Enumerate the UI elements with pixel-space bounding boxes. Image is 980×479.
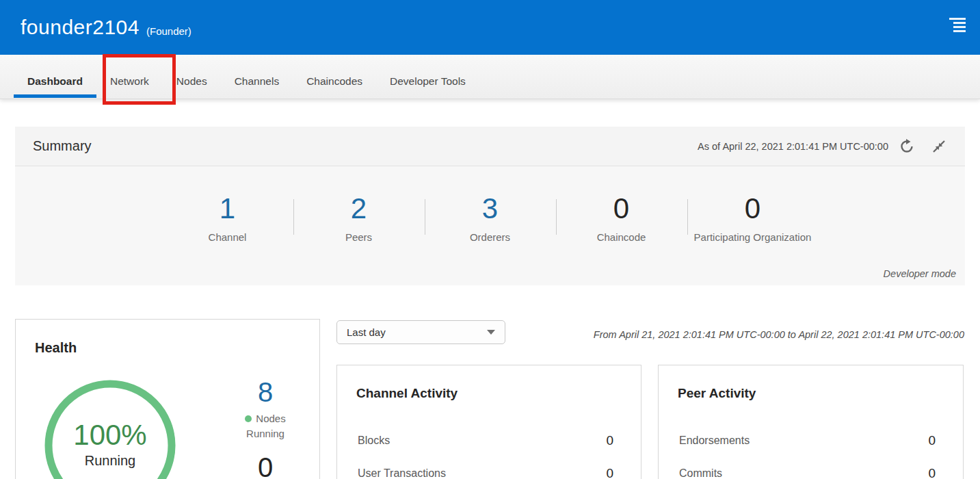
table-row: Endorsements 0 (659, 424, 963, 457)
tab-chaincodes[interactable]: Chaincodes (293, 55, 376, 99)
chevron-down-icon (487, 330, 495, 335)
stat-value: 3 (425, 192, 556, 225)
stat-value: 2 (293, 192, 425, 225)
row-label: Endorsements (679, 435, 750, 447)
tab-developer-tools[interactable]: Developer Tools (376, 55, 479, 99)
channel-activity-card: Channel Activity Blocks 0 User Transacti… (336, 365, 641, 479)
tab-label: Developer Tools (390, 75, 466, 88)
health-percent-label: Running (42, 453, 178, 469)
summary-body: 1 Channel 2 Peers 3 Orderers 0 Chaincode… (15, 166, 965, 285)
table-row: User Transactions 0 (337, 457, 641, 479)
stat-chaincode: 0 Chaincode (556, 192, 687, 244)
nodes-running-label-line1: Nodes (256, 413, 285, 424)
tab-label: Channels (235, 75, 280, 88)
nodes-running-label: Nodes Running (214, 411, 317, 441)
row-value: 0 (606, 433, 613, 448)
row-value: 0 (928, 433, 936, 448)
stat-label: Orderers (425, 230, 556, 244)
health-card: Health 100% Running 8 Nodes Running 0 (15, 319, 320, 479)
stat-participating-organization: 0 Participating Organization (687, 192, 819, 244)
summary-header: Summary As of April 22, 2021 2:01:41 PM … (15, 127, 965, 166)
nodes-running-value: 8 (214, 377, 317, 407)
health-percent: 100% (42, 419, 178, 451)
running-status-dot-icon (245, 415, 252, 422)
health-ring-text: 100% Running (42, 377, 178, 469)
peer-activity-title: Peer Activity (678, 386, 756, 401)
tab-label: Network (110, 75, 149, 88)
stat-label: Participating Organization (687, 230, 819, 244)
menu-bar (953, 26, 966, 28)
developer-mode-note: Developer mode (884, 268, 956, 279)
collapse-panel-icon[interactable] (932, 140, 946, 153)
as-of-timestamp: As of April 22, 2021 2:01:41 PM UTC-00:0… (698, 141, 888, 152)
row-label: Commits (679, 467, 722, 479)
row-label: Blocks (358, 435, 390, 447)
stat-label: Channel (162, 230, 293, 244)
instance-role: (Founder) (146, 18, 191, 37)
stat-value: 0 (556, 192, 687, 225)
stat-peers: 2 Peers (293, 192, 425, 244)
time-range-dropdown[interactable]: Last day (336, 320, 505, 344)
time-range-caption: From April 21, 2021 2:01:41 PM UTC-00:00… (594, 329, 964, 340)
refresh-icon[interactable] (899, 139, 914, 154)
tab-channels[interactable]: Channels (221, 55, 293, 99)
menu-bar (949, 18, 966, 20)
stat-label: Chaincode (556, 230, 687, 244)
dashboard-page: founder2104 (Founder) Dashboard Network … (0, 0, 980, 479)
row-label: User Transactions (358, 467, 446, 479)
summary-stats: 1 Channel 2 Peers 3 Orderers 0 Chaincode… (162, 166, 819, 244)
time-range-selected: Last day (347, 326, 487, 338)
stat-value: 1 (162, 192, 293, 225)
nodes-running-label-line2: Running (246, 428, 284, 439)
table-row: Commits 0 (659, 457, 963, 479)
summary-panel: Summary As of April 22, 2021 2:01:41 PM … (15, 127, 965, 285)
health-side-stats: 8 Nodes Running 0 (214, 377, 317, 479)
health-title: Health (35, 340, 77, 356)
main-tabbar: Dashboard Network Nodes Channels Chainco… (0, 55, 980, 99)
tab-network[interactable]: Network (96, 55, 163, 99)
tab-label: Chaincodes (306, 75, 362, 88)
stat-orderers: 3 Orderers (425, 192, 556, 244)
peer-activity-card: Peer Activity Endorsements 0 Commits 0 (658, 365, 964, 479)
row-value: 0 (928, 466, 936, 479)
summary-title: Summary (33, 138, 698, 154)
stat-channel: 1 Channel (162, 192, 293, 244)
app-header: founder2104 (Founder) (0, 0, 980, 55)
table-row: Blocks 0 (337, 424, 641, 457)
stat-value: 0 (687, 192, 819, 225)
nodes-second-value: 0 (214, 452, 317, 479)
tab-nodes[interactable]: Nodes (163, 55, 221, 99)
row-value: 0 (606, 466, 613, 479)
menu-bar (953, 22, 966, 24)
peer-activity-rows: Endorsements 0 Commits 0 (659, 424, 963, 479)
channel-activity-title: Channel Activity (356, 386, 458, 401)
drawer-menu-icon[interactable] (949, 18, 966, 36)
tab-label: Nodes (176, 75, 207, 88)
channel-activity-rows: Blocks 0 User Transactions 0 (337, 424, 641, 479)
menu-bar (953, 30, 966, 32)
instance-title: founder2104 (21, 16, 140, 39)
health-ring: 100% Running (42, 377, 178, 479)
stat-label: Peers (293, 230, 425, 244)
tab-dashboard[interactable]: Dashboard (14, 55, 96, 99)
tab-label: Dashboard (27, 75, 83, 88)
